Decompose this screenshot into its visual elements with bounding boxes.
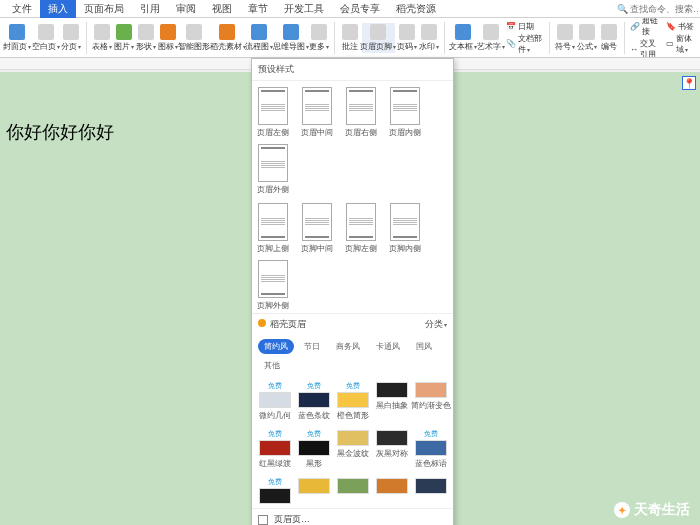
template-label: 页脚上侧	[257, 243, 289, 254]
btn-flowchart[interactable]: 流程图	[246, 23, 272, 53]
header-template[interactable]: 页眉左侧	[258, 87, 288, 138]
theme-item[interactable]: 黑金波纹	[336, 429, 369, 469]
tab-devtools[interactable]: 开发工具	[276, 0, 332, 18]
theme-badge: 免费	[346, 381, 360, 391]
theme-item[interactable]	[414, 477, 447, 504]
theme-label: 红黑绿渡	[259, 458, 291, 469]
btn-shape[interactable]: 形状	[136, 23, 156, 53]
theme-badge: 免费	[268, 477, 282, 487]
theme-item[interactable]: 简约渐变色	[414, 381, 447, 421]
tab-file[interactable]: 文件	[4, 0, 40, 18]
btn-textbox[interactable]: 文本框	[449, 23, 475, 53]
theme-item[interactable]: 免费黑形	[297, 429, 330, 469]
header-template[interactable]: 页眉中间	[302, 87, 332, 138]
tab-chapter[interactable]: 章节	[240, 0, 276, 18]
tab-references[interactable]: 引用	[132, 0, 168, 18]
btn-watermark[interactable]: 水印	[419, 23, 439, 53]
body-text: 你好你好你好	[6, 120, 114, 144]
pin-button[interactable]: 📍	[682, 76, 696, 90]
theme-preview	[298, 440, 330, 456]
theme-item[interactable]: 免费红黑绿渡	[258, 429, 291, 469]
btn-equation[interactable]: 公式	[577, 23, 597, 53]
theme-badge: 免费	[268, 429, 282, 439]
search-input[interactable]	[630, 4, 700, 14]
wordart-icon	[483, 24, 499, 40]
btn-pagebreak[interactable]: 分页	[61, 23, 81, 53]
btn-pagenum[interactable]: 页码	[397, 23, 417, 53]
template-label: 页眉内侧	[389, 127, 421, 138]
style-chip[interactable]: 其他	[258, 358, 286, 373]
header-template[interactable]: 页脚中间	[302, 203, 332, 254]
btn-table[interactable]: 表格	[92, 23, 112, 53]
theme-item[interactable]: 灰黑对称	[375, 429, 408, 469]
theme-preview	[337, 392, 369, 408]
btn-number[interactable]: 编号	[599, 23, 619, 53]
btn-symbol[interactable]: 符号	[555, 23, 575, 53]
headerfooter-more[interactable]: 页眉页…	[252, 509, 453, 525]
style-chip[interactable]: 国风	[410, 339, 438, 354]
tab-review[interactable]: 审阅	[168, 0, 204, 18]
tab-member[interactable]: 会员专享	[332, 0, 388, 18]
template-label: 页眉右侧	[345, 127, 377, 138]
btn-more[interactable]: 更多	[309, 23, 329, 53]
btn-docparts[interactable]: 📎文档部件	[506, 33, 544, 55]
docer-header-row[interactable]: 稻壳页眉 分类	[252, 313, 453, 335]
docparts-icon: 📎	[506, 39, 516, 48]
header-template[interactable]: 页脚左侧	[346, 203, 376, 254]
header-template[interactable]: 页脚外侧	[258, 260, 288, 311]
theme-item[interactable]: 免费蓝色标语	[414, 429, 447, 469]
theme-preview	[376, 430, 408, 446]
btn-picture[interactable]: 图片	[114, 23, 134, 53]
theme-preview	[259, 488, 291, 504]
btn-hyperlink[interactable]: 🔗超链接	[630, 18, 664, 37]
btn-docer[interactable]: 稻壳素材	[211, 23, 244, 53]
btn-iconlib[interactable]: 图标	[158, 23, 178, 53]
header-template[interactable]: 页脚上侧	[258, 203, 288, 254]
theme-item[interactable]: 免费微约几何	[258, 381, 291, 421]
theme-preview	[376, 382, 408, 398]
header-template[interactable]: 页脚内侧	[390, 203, 420, 254]
theme-item[interactable]	[336, 477, 369, 504]
watermark-icon	[421, 24, 437, 40]
theme-item[interactable]	[297, 477, 330, 504]
tab-insert[interactable]: 插入	[40, 0, 76, 18]
btn-comment[interactable]: 批注	[340, 23, 360, 53]
docer-dot-icon	[258, 319, 266, 327]
menu-tab-bar: 文件 插入 页面布局 引用 审阅 视图 章节 开发工具 会员专享 稻壳资源 🔍	[0, 0, 700, 18]
brand-icon: ✦	[614, 502, 630, 518]
btn-smartart[interactable]: 智能图形	[180, 23, 210, 53]
tab-pagelayout[interactable]: 页面布局	[76, 0, 132, 18]
header-template[interactable]: 页眉外侧	[258, 144, 288, 195]
btn-coverpage[interactable]: 封面页	[4, 23, 30, 53]
template-label: 页眉中间	[301, 127, 333, 138]
iconlib-icon	[160, 24, 176, 40]
btn-crossref[interactable]: ↔交叉引用	[630, 38, 664, 58]
category-toggle[interactable]: 分类	[425, 318, 447, 331]
btn-headerfooter[interactable]: 页眉页脚	[362, 23, 395, 53]
tab-docer[interactable]: 稻壳资源	[388, 0, 444, 18]
docer-icon	[219, 24, 235, 40]
theme-item[interactable]: 免费	[258, 477, 291, 504]
btn-bookmark[interactable]: 🔖书签	[666, 21, 696, 32]
theme-label: 黑白抽象	[376, 400, 408, 411]
btn-formfield[interactable]: ▭窗体域	[666, 33, 696, 55]
style-chip[interactable]: 简约风	[258, 339, 294, 354]
theme-item[interactable]	[375, 477, 408, 504]
style-chip[interactable]: 节日	[298, 339, 326, 354]
btn-mindmap[interactable]: 思维导图	[274, 23, 307, 53]
theme-item[interactable]: 免费橙色简形	[336, 381, 369, 421]
tab-view[interactable]: 视图	[204, 0, 240, 18]
flowchart-icon	[251, 24, 267, 40]
btn-wordart[interactable]: 艺术字	[478, 23, 504, 53]
header-template[interactable]: 页眉内侧	[390, 87, 420, 138]
btn-date[interactable]: 📅日期	[506, 21, 544, 32]
style-chip[interactable]: 卡通风	[370, 339, 406, 354]
theme-item[interactable]: 黑白抽象	[375, 381, 408, 421]
headerfooter-icon	[370, 24, 386, 40]
btn-blankpage[interactable]: 空白页	[32, 23, 58, 53]
stack-bookmark: 🔖书签 ▭窗体域	[666, 21, 696, 55]
style-chip[interactable]: 商务风	[330, 339, 366, 354]
theme-item[interactable]: 免费蓝色条纹	[297, 381, 330, 421]
ribbon-search[interactable]: 🔍	[617, 4, 700, 14]
header-template[interactable]: 页眉右侧	[346, 87, 376, 138]
